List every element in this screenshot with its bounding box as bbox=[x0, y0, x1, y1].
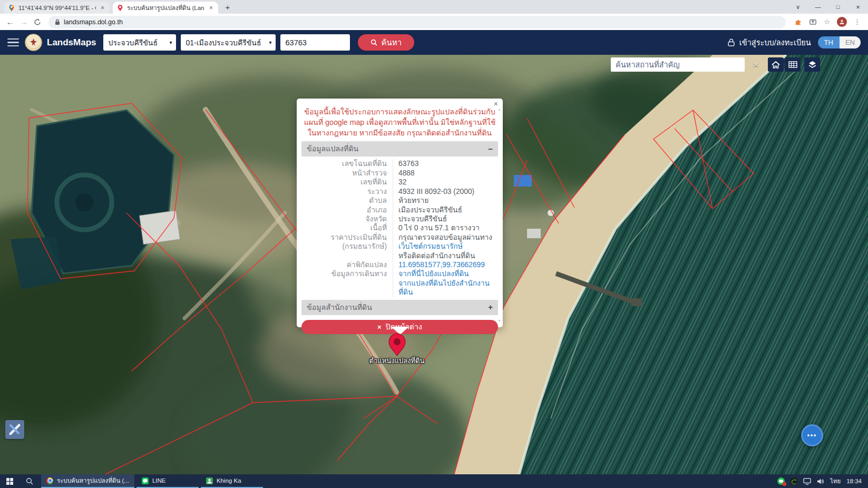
window-controls: ∨ — □ × bbox=[788, 0, 868, 14]
map-search-input[interactable] bbox=[611, 57, 745, 72]
windows-logo-icon bbox=[6, 478, 13, 485]
browser-tab-strip: 11°41'44.9"N 99°44'11.9"E - Goo × ระบบค้… bbox=[0, 0, 868, 14]
profile-avatar[interactable] bbox=[837, 17, 847, 27]
brand-title: LandsMaps bbox=[47, 37, 96, 48]
grid-icon bbox=[788, 61, 797, 68]
window-minimize-button[interactable]: — bbox=[808, 4, 828, 10]
coordinates-link[interactable]: 11.69581577,99.73662699 bbox=[398, 261, 485, 269]
district-select[interactable]: 01-เมืองประจวบคีรีขันธ์ ▾ bbox=[181, 34, 276, 51]
start-button[interactable] bbox=[0, 474, 19, 488]
network-display-icon[interactable] bbox=[803, 478, 811, 485]
province-select-value: ประจวบคีรีขันธ์ bbox=[109, 37, 158, 48]
map-area[interactable]: × × ข้อมูลนี้เพื่อใช้ประกอบการแสดงลักษณะ… bbox=[0, 55, 868, 474]
home-icon bbox=[772, 61, 780, 69]
field-value: 32 bbox=[393, 178, 503, 187]
lang-th-button[interactable]: TH bbox=[818, 36, 840, 48]
measure-tool-button[interactable] bbox=[5, 420, 24, 439]
back-button[interactable]: ← bbox=[3, 15, 17, 29]
tab-title: 11°41'44.9"N 99°44'11.9"E - Goo bbox=[18, 5, 96, 11]
login-register-link[interactable]: เข้าสู่ระบบ/ลงทะเบียน bbox=[739, 36, 811, 48]
section-title: ข้อมูลสำนักงานที่ดิน bbox=[307, 301, 372, 313]
layers-button[interactable] bbox=[804, 57, 820, 72]
parcel-info-dialog: × ข้อมูลนี้เพื่อใช้ประกอบการแสดงลักษณะรู… bbox=[297, 99, 503, 327]
lang-en-button[interactable]: EN bbox=[840, 36, 861, 48]
field-value: เมืองประจวบคีรีขันธ์ bbox=[393, 206, 503, 214]
route-to-office-link[interactable]: จากแปลงที่ดินไปยังสำนักงานที่ดิน bbox=[398, 279, 490, 296]
browser-menu-icon[interactable]: ⋮ bbox=[854, 18, 861, 26]
field-label: ราคาประเมินที่ดิน (กรมธนารักษ์) bbox=[297, 233, 393, 260]
browser-tab-google-maps[interactable]: 11°41'44.9"N 99°44'11.9"E - Goo × bbox=[4, 2, 110, 14]
pond bbox=[11, 110, 180, 289]
home-button[interactable] bbox=[768, 57, 784, 72]
beach bbox=[454, 55, 786, 474]
taskbar-app-line[interactable]: LINE bbox=[136, 474, 199, 488]
section-land-office-info[interactable]: ข้อมูลสำนักงานที่ดิน + bbox=[301, 300, 498, 315]
speaker-icon[interactable] bbox=[817, 478, 824, 485]
taskbar-clock[interactable]: 18:34 bbox=[846, 478, 862, 484]
screen: 11°41'44.9"N 99°44'11.9"E - Goo × ระบบค้… bbox=[0, 0, 868, 488]
collapse-minus-icon[interactable]: − bbox=[488, 145, 493, 153]
window-maximize-button[interactable]: □ bbox=[828, 4, 848, 10]
field-label: ข้อมูลการเดินทาง bbox=[297, 269, 393, 297]
dialog-scrollbar[interactable]: ▴ ▾ bbox=[497, 107, 502, 323]
scroll-down-icon[interactable]: ▾ bbox=[498, 318, 500, 323]
tab-search-chevron-icon[interactable]: ∨ bbox=[788, 4, 808, 11]
tab-close-icon[interactable]: × bbox=[208, 4, 214, 12]
field-row-travel: ข้อมูลการเดินทาง จากที่นี่ไปยังแปลงที่ดิ… bbox=[297, 269, 503, 297]
search-button-label: ค้นหา bbox=[382, 36, 402, 49]
parcel-location-pin[interactable] bbox=[387, 333, 407, 356]
browser-navbar: ← → landsmaps.dol.go.th ☆ bbox=[0, 14, 868, 30]
treasury-website-link[interactable]: เว็บไซต์กรมธนารักษ์ bbox=[398, 242, 463, 250]
map-search-clear-icon[interactable]: × bbox=[749, 57, 763, 72]
taskbar-app-chrome[interactable]: ระบบค้นหารูปแปลงที่ดิน (... bbox=[41, 474, 134, 488]
reload-button[interactable] bbox=[31, 15, 44, 29]
share-icon[interactable] bbox=[809, 18, 817, 26]
layers-icon bbox=[808, 61, 817, 69]
extension-icon[interactable] bbox=[794, 18, 802, 26]
url-text: landsmaps.dol.go.th bbox=[64, 18, 123, 26]
forward-button[interactable]: → bbox=[17, 15, 31, 29]
disclaimer-text: ข้อมูลนี้เพื่อใช้ประกอบการแสดงลักษณะรูปแ… bbox=[304, 106, 496, 138]
field-label: เลขที่ดิน bbox=[297, 178, 393, 187]
field-row-sheet: ระวาง 4932 III 8092-03 (2000) bbox=[297, 187, 503, 196]
menu-hamburger-icon[interactable] bbox=[7, 38, 19, 47]
landsmaps-header: LandsMaps ประจวบคีรีขันธ์ ▾ 01-เมืองประจ… bbox=[0, 30, 868, 55]
field-value: 11.69581577,99.73662699 bbox=[393, 260, 503, 269]
line-tray-icon[interactable] bbox=[777, 477, 785, 485]
taskbar-app-khing[interactable]: Khing Ka bbox=[201, 474, 263, 488]
contact-person-icon bbox=[206, 477, 213, 484]
input-language-indicator[interactable]: ไทย bbox=[830, 476, 841, 486]
section-title: ข้อมูลแปลงที่ดิน bbox=[307, 143, 358, 154]
scroll-up-icon[interactable]: ▴ bbox=[498, 107, 500, 112]
window-close-button[interactable]: × bbox=[848, 3, 868, 11]
field-value: 0 ไร่ 0 งาน 57.1 ตารางวา bbox=[393, 223, 503, 232]
ruler-pencil-icon bbox=[8, 423, 22, 436]
surf-foam bbox=[519, 55, 786, 474]
more-options-button[interactable]: ••• bbox=[801, 424, 823, 446]
line-icon bbox=[142, 477, 149, 484]
route-to-parcel-link[interactable]: จากที่นี่ไปยังแปลงที่ดิน bbox=[398, 270, 469, 278]
field-label: หน้าสำรวจ bbox=[297, 169, 393, 178]
section-parcel-info[interactable]: ข้อมูลแปลงที่ดิน − bbox=[301, 141, 498, 157]
field-value: 4932 III 8092-03 (2000) bbox=[393, 187, 503, 196]
bookmark-star-icon[interactable]: ☆ bbox=[824, 18, 830, 26]
search-button[interactable]: ค้นหา bbox=[358, 34, 415, 51]
tab-close-icon[interactable]: × bbox=[99, 4, 106, 12]
grid-button[interactable] bbox=[785, 57, 801, 72]
taskbar-search-button[interactable] bbox=[19, 474, 39, 488]
province-select[interactable]: ประจวบคีรีขันธ์ ▾ bbox=[103, 34, 176, 51]
parcel-number-input[interactable] bbox=[280, 34, 350, 51]
new-tab-button[interactable]: + bbox=[222, 2, 233, 12]
expand-plus-icon[interactable]: + bbox=[488, 303, 493, 311]
gpu-tray-icon[interactable] bbox=[791, 478, 797, 485]
search-icon bbox=[26, 477, 33, 485]
browser-tab-landsmaps[interactable]: ระบบค้นหารูปแปลงที่ดิน (LandsMaps × bbox=[113, 2, 218, 14]
field-row-survey: หน้าสำรวจ 4888 bbox=[297, 169, 503, 178]
field-row-tambon: ตำบล ห้วยทราย bbox=[297, 196, 503, 205]
field-value: ประจวบคีรีขันธ์ bbox=[393, 214, 503, 223]
field-value: กรุณาตรวจสอบข้อมูลผ่านทาง เว็บไซต์กรมธนา… bbox=[393, 233, 503, 260]
pier bbox=[514, 175, 642, 306]
landsmaps-pin-icon bbox=[116, 4, 124, 12]
omnibox[interactable]: landsmaps.dol.go.th bbox=[48, 16, 786, 28]
taskbar: ระบบค้นหารูปแปลงที่ดิน (... LINE Khing K… bbox=[0, 474, 868, 488]
